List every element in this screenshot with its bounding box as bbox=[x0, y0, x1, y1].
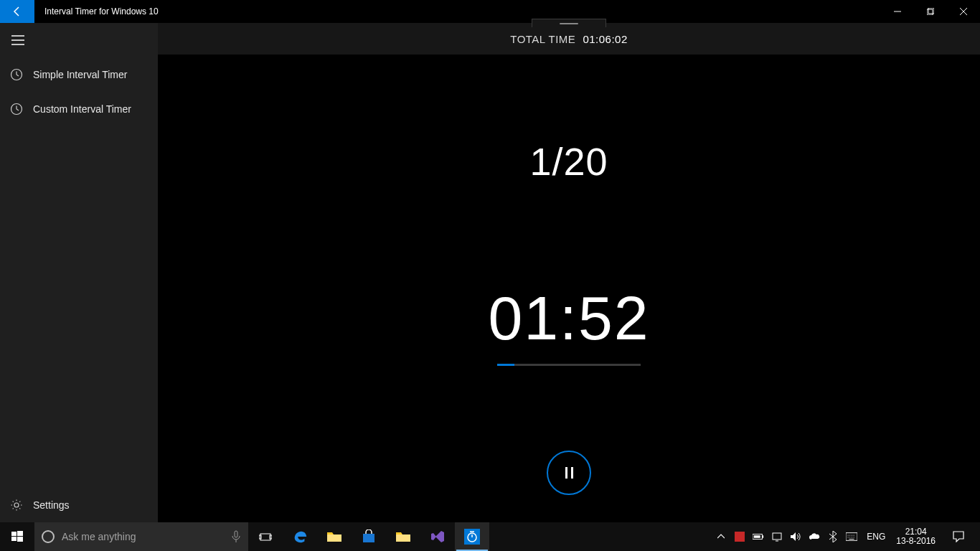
svg-rect-29 bbox=[735, 532, 745, 542]
show-desktop-button[interactable] bbox=[976, 522, 980, 551]
onedrive-icon[interactable] bbox=[809, 531, 820, 542]
svg-rect-17 bbox=[17, 537, 23, 542]
pause-button[interactable] bbox=[547, 451, 591, 495]
taskbar: Ask me anything ENG 21:04 13-8-2016 bbox=[0, 522, 980, 551]
volume-icon[interactable] bbox=[790, 531, 801, 542]
hamburger-button[interactable] bbox=[0, 23, 158, 57]
total-time-bar: TOTAL TIME 01:06:02 bbox=[158, 23, 980, 55]
battery-icon[interactable] bbox=[753, 531, 764, 542]
sidebar-item-label: Custom Interval Timer bbox=[33, 103, 131, 115]
taskbar-app-store[interactable] bbox=[352, 522, 386, 551]
interval-count: 1/20 bbox=[529, 139, 608, 184]
sidebar-item-custom-timer[interactable]: Custom Interval Timer bbox=[0, 92, 158, 126]
cortana-search[interactable]: Ask me anything bbox=[34, 522, 248, 551]
folder-icon bbox=[395, 530, 411, 543]
taskbar-clock[interactable]: 21:04 13-8-2016 bbox=[890, 522, 941, 551]
clock-date: 13-8-2016 bbox=[896, 537, 936, 546]
sidebar-item-settings[interactable]: Settings bbox=[0, 488, 158, 522]
grip-icon bbox=[560, 23, 578, 24]
keyboard-icon[interactable] bbox=[846, 531, 857, 542]
taskbar-app-visual-studio[interactable] bbox=[420, 522, 455, 551]
svg-rect-24 bbox=[396, 534, 410, 542]
visual-studio-icon bbox=[430, 529, 445, 544]
svg-rect-1 bbox=[927, 9, 933, 15]
app-body: Simple Interval Timer Custom Interval Ti… bbox=[0, 23, 980, 522]
svg-rect-18 bbox=[235, 531, 237, 537]
sidebar-item-label: Settings bbox=[33, 499, 70, 511]
svg-rect-33 bbox=[773, 533, 781, 540]
progress-fill bbox=[497, 364, 514, 366]
svg-line-10 bbox=[17, 75, 19, 76]
svg-rect-2 bbox=[928, 8, 934, 14]
minimize-icon bbox=[894, 8, 901, 15]
close-icon bbox=[960, 8, 967, 15]
minimize-button[interactable] bbox=[881, 0, 914, 23]
main-content: TOTAL TIME 01:06:02 1/20 01:52 bbox=[158, 23, 980, 522]
chevron-up-icon bbox=[717, 534, 725, 540]
gear-icon bbox=[10, 499, 33, 512]
notification-icon bbox=[953, 531, 964, 542]
bluetooth-icon[interactable] bbox=[827, 531, 839, 542]
svg-rect-19 bbox=[260, 534, 270, 540]
taskbar-app-folder[interactable] bbox=[386, 522, 420, 551]
svg-rect-31 bbox=[763, 535, 764, 538]
action-center-button[interactable] bbox=[941, 522, 976, 551]
close-button[interactable] bbox=[947, 0, 980, 23]
sidebar: Simple Interval Timer Custom Interval Ti… bbox=[0, 23, 158, 522]
clock-icon bbox=[10, 68, 33, 81]
svg-rect-23 bbox=[363, 534, 374, 542]
svg-rect-16 bbox=[11, 537, 17, 541]
back-button[interactable] bbox=[0, 0, 34, 23]
sidebar-item-simple-timer[interactable]: Simple Interval Timer bbox=[0, 57, 158, 92]
microphone-icon bbox=[231, 530, 241, 543]
sidebar-spacer bbox=[0, 126, 158, 488]
svg-rect-14 bbox=[11, 532, 17, 536]
folder-icon bbox=[326, 530, 342, 543]
taskbar-app-interval-timer[interactable] bbox=[455, 522, 489, 551]
pause-icon bbox=[565, 467, 573, 479]
total-time-value: 01:06:02 bbox=[583, 33, 627, 45]
titlebar: Interval Timer for Windows 10 bbox=[0, 0, 980, 23]
app-title: Interval Timer for Windows 10 bbox=[34, 6, 881, 17]
taskbar-app-file-explorer[interactable] bbox=[317, 522, 352, 551]
sidebar-item-label: Simple Interval Timer bbox=[33, 69, 127, 80]
svg-line-13 bbox=[17, 109, 19, 110]
store-icon bbox=[362, 529, 376, 544]
current-countdown: 01:52 bbox=[488, 283, 649, 354]
language-indicator[interactable]: ENG bbox=[862, 522, 890, 551]
edge-icon bbox=[292, 529, 308, 545]
search-placeholder: Ask me anything bbox=[62, 531, 224, 542]
task-view-button[interactable] bbox=[248, 522, 283, 551]
system-tray bbox=[730, 522, 862, 551]
task-view-icon bbox=[259, 532, 272, 542]
maximize-icon bbox=[927, 8, 934, 15]
taskbar-spacer bbox=[489, 522, 712, 551]
back-arrow-icon bbox=[11, 6, 23, 17]
cortana-icon bbox=[42, 530, 55, 543]
language-label: ENG bbox=[867, 532, 885, 542]
svg-rect-15 bbox=[17, 531, 23, 536]
tray-overflow-button[interactable] bbox=[712, 522, 730, 551]
svg-rect-22 bbox=[327, 534, 341, 542]
clock-icon bbox=[10, 103, 33, 116]
svg-rect-32 bbox=[754, 535, 760, 538]
tray-app-icon[interactable] bbox=[734, 531, 745, 542]
total-time-label: TOTAL TIME bbox=[510, 33, 575, 45]
windows-icon bbox=[11, 531, 23, 542]
taskbar-app-edge[interactable] bbox=[283, 522, 317, 551]
drag-handle[interactable] bbox=[532, 19, 606, 27]
hamburger-icon bbox=[11, 35, 24, 45]
progress-bar bbox=[497, 364, 641, 366]
maximize-button[interactable] bbox=[914, 0, 947, 23]
timer-app-icon bbox=[464, 529, 480, 545]
start-button[interactable] bbox=[0, 522, 34, 551]
network-icon[interactable] bbox=[771, 531, 783, 542]
